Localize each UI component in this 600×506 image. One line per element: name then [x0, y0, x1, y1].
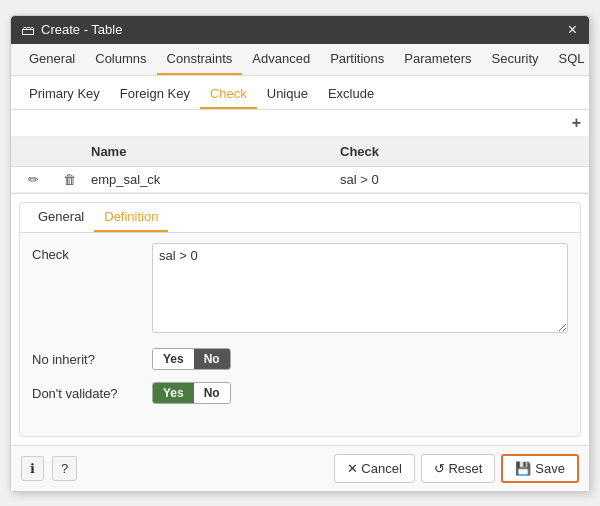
close-button[interactable]: ×: [566, 22, 579, 38]
table-row: ✏ 🗑 emp_sal_ck sal > 0: [11, 167, 589, 193]
header-edit-col: [15, 142, 51, 161]
header-check: Check: [336, 142, 585, 161]
info-button[interactable]: ℹ: [21, 456, 44, 481]
main-tabs: General Columns Constraints Advanced Par…: [11, 44, 589, 76]
tab-advanced[interactable]: Advanced: [242, 44, 320, 75]
check-form-row: Check sal > 0: [32, 243, 568, 336]
dialog-title: Create - Table: [41, 22, 122, 37]
subtab-foreign-key[interactable]: Foreign Key: [110, 80, 200, 109]
detail-body: Check sal > 0 No inherit? Yes No: [20, 233, 580, 426]
dont-validate-no-btn[interactable]: No: [194, 383, 230, 403]
header-name: Name: [87, 142, 336, 161]
constraints-table: Name Check ✏ 🗑 emp_sal_ck sal > 0: [11, 137, 589, 194]
footer: ℹ ? ✕ Cancel ↺ Reset 💾 Save: [11, 445, 589, 491]
tab-sql[interactable]: SQL: [549, 44, 595, 75]
no-inherit-control: Yes No: [152, 348, 568, 370]
save-button[interactable]: 💾 Save: [501, 454, 579, 483]
no-inherit-label: No inherit?: [32, 348, 152, 367]
reset-button[interactable]: ↺ Reset: [421, 454, 496, 483]
subtab-exclude[interactable]: Exclude: [318, 80, 384, 109]
dialog-window: 🗃 Create - Table × General Columns Const…: [10, 15, 590, 492]
edit-row-icon[interactable]: ✏: [15, 172, 51, 187]
header-delete-col: [51, 142, 87, 161]
row-name: emp_sal_ck: [87, 172, 336, 187]
tab-general[interactable]: General: [19, 44, 85, 75]
dont-validate-label: Don't validate?: [32, 382, 152, 401]
dont-validate-toggle: Yes No: [152, 382, 231, 404]
cancel-button[interactable]: ✕ Cancel: [334, 454, 415, 483]
table-header: Name Check: [11, 137, 589, 167]
add-button[interactable]: +: [572, 114, 581, 132]
tab-security[interactable]: Security: [482, 44, 549, 75]
table-icon: 🗃: [21, 22, 35, 38]
dont-validate-control: Yes No: [152, 382, 568, 404]
detail-tabs: General Definition: [20, 203, 580, 233]
tab-parameters[interactable]: Parameters: [394, 44, 481, 75]
no-inherit-no-btn[interactable]: No: [194, 349, 230, 369]
detail-tab-definition[interactable]: Definition: [94, 203, 168, 232]
no-inherit-yes-btn[interactable]: Yes: [153, 349, 194, 369]
check-control: sal > 0: [152, 243, 568, 336]
no-inherit-toggle: Yes No: [152, 348, 231, 370]
footer-right: ✕ Cancel ↺ Reset 💾 Save: [334, 454, 579, 483]
sub-tabs: Primary Key Foreign Key Check Unique Exc…: [11, 76, 589, 110]
title-bar-left: 🗃 Create - Table: [21, 22, 122, 38]
detail-panel: General Definition Check sal > 0 No inhe…: [19, 202, 581, 437]
subtab-primary-key[interactable]: Primary Key: [19, 80, 110, 109]
toolbar-row: +: [11, 110, 589, 137]
help-button[interactable]: ?: [52, 456, 77, 481]
row-check-value: sal > 0: [336, 172, 585, 187]
content-area: Primary Key Foreign Key Check Unique Exc…: [11, 76, 589, 445]
tab-partitions[interactable]: Partitions: [320, 44, 394, 75]
save-icon: 💾: [515, 461, 531, 476]
save-label: Save: [535, 461, 565, 476]
detail-tab-general[interactable]: General: [28, 203, 94, 232]
subtab-unique[interactable]: Unique: [257, 80, 318, 109]
footer-left: ℹ ?: [21, 456, 77, 481]
dont-validate-form-row: Don't validate? Yes No: [32, 382, 568, 404]
subtab-check[interactable]: Check: [200, 80, 257, 109]
title-bar: 🗃 Create - Table ×: [11, 16, 589, 44]
check-label: Check: [32, 243, 152, 262]
delete-row-icon[interactable]: 🗑: [51, 172, 87, 187]
no-inherit-form-row: No inherit? Yes No: [32, 348, 568, 370]
check-textarea[interactable]: sal > 0: [152, 243, 568, 333]
tab-constraints[interactable]: Constraints: [157, 44, 243, 75]
tab-columns[interactable]: Columns: [85, 44, 156, 75]
dont-validate-yes-btn[interactable]: Yes: [153, 383, 194, 403]
